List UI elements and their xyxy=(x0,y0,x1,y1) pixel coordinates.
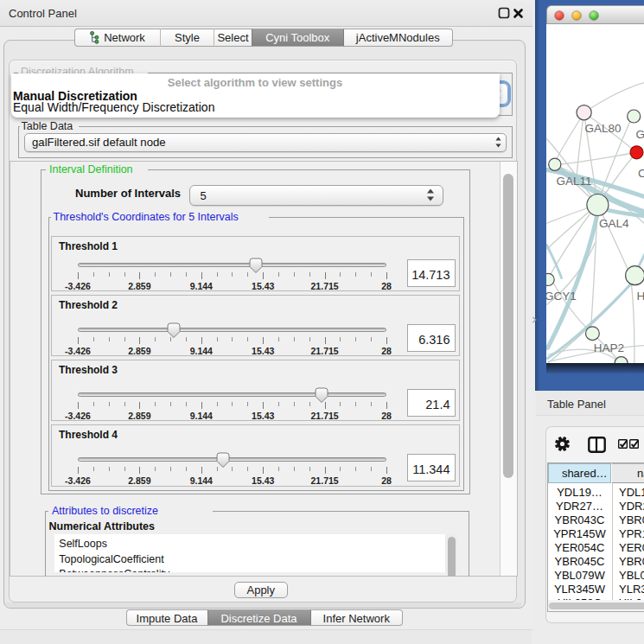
svg-text:C: C xyxy=(638,166,644,179)
svg-text:GAL4: GAL4 xyxy=(598,216,628,229)
svg-text:G.: G. xyxy=(635,128,644,141)
svg-text:H: H xyxy=(636,289,644,302)
svg-text:GAL80: GAL80 xyxy=(584,122,621,135)
svg-text:GCY1: GCY1 xyxy=(546,290,577,303)
svg-text:GAL11: GAL11 xyxy=(556,175,591,188)
svg-text:HAP2: HAP2 xyxy=(593,341,623,354)
